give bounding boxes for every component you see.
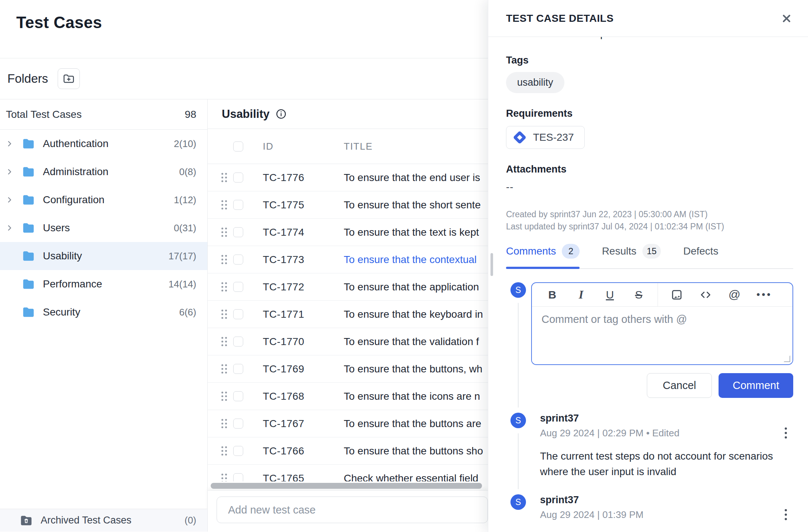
sidebar-folder-item[interactable]: Configuration 1(12) [0,186,207,214]
chevron-right-icon[interactable] [5,280,21,289]
mention-icon[interactable]: @ [720,283,749,307]
chevron-right-icon[interactable] [5,167,21,176]
table-row[interactable]: TC-1768 To ensure that the icons are n [208,383,488,410]
details-tab[interactable]: Comments 2 [506,244,580,268]
row-checkbox[interactable] [233,200,243,210]
test-case-title[interactable]: To ensure that the validation f [344,336,488,348]
drag-handle-icon[interactable] [221,474,227,481]
folder-icon [21,249,43,263]
drag-handle-icon[interactable] [221,282,227,291]
table-row[interactable]: TC-1765 Check whether essential field [208,465,488,481]
chevron-right-icon[interactable] [5,195,21,204]
row-checkbox[interactable] [233,419,243,429]
drag-handle-icon[interactable] [221,446,227,456]
details-tab[interactable]: Defects [683,244,718,268]
sidebar-folder-item[interactable]: Authentication 2(10) [0,130,207,158]
drag-handle-icon[interactable] [221,228,227,237]
select-all-checkbox[interactable] [233,141,243,151]
close-icon[interactable] [781,13,792,24]
add-test-case-input[interactable] [217,497,488,523]
table-row[interactable]: TC-1771 To ensure that the keyboard in [208,301,488,328]
test-case-title[interactable]: Check whether essential field [344,473,488,482]
table-row[interactable]: TC-1774 To ensure that the text is kept [208,219,488,246]
drag-handle-icon[interactable] [221,419,227,428]
table-row[interactable]: TC-1775 To ensure that the short sente [208,191,488,219]
new-folder-button[interactable] [58,68,80,89]
chevron-right-icon[interactable] [5,139,21,148]
horizontal-scrollbar-thumb[interactable] [211,483,482,489]
row-checkbox[interactable] [233,337,243,347]
drag-handle-icon[interactable] [221,173,227,182]
comment-button[interactable]: Comment [719,373,793,398]
chevron-right-icon[interactable] [5,308,21,317]
row-checkbox[interactable] [233,473,243,481]
test-case-id: TC-1768 [263,391,344,402]
underline-icon[interactable]: U [595,283,624,307]
comment-textarea[interactable] [532,307,792,363]
sidebar-folder-item[interactable]: Usability 17(17) [0,242,207,270]
sidebar-folder-item[interactable]: Administration 0(8) [0,158,207,186]
tab-label: Defects [683,245,718,257]
cancel-button[interactable]: Cancel [647,373,712,398]
drag-handle-icon[interactable] [221,392,227,401]
kebab-menu-icon[interactable] [778,413,793,480]
row-checkbox[interactable] [233,255,243,265]
table-body: TC-1776 To ensure that the end user is T… [208,164,488,481]
test-case-title[interactable]: To ensure that the icons are n [344,391,488,402]
more-options-icon[interactable]: ••• [749,283,778,307]
code-icon[interactable] [691,283,720,307]
details-tab[interactable]: Results 15 [602,244,661,268]
bold-icon[interactable]: B [538,283,567,307]
archived-label: Archived Test Cases [41,515,184,526]
row-checkbox[interactable] [233,391,243,401]
row-checkbox[interactable] [233,282,243,292]
info-icon[interactable] [275,108,287,120]
test-case-title[interactable]: To ensure that the application [344,281,488,293]
row-checkbox[interactable] [233,173,243,183]
row-checkbox[interactable] [233,309,243,319]
updated-by-text: Last updated by sprint37 Jul 04, 2024 | … [506,221,793,233]
table-row[interactable]: TC-1767 To ensure that the buttons are [208,410,488,437]
drag-handle-icon[interactable] [221,337,227,346]
test-case-title[interactable]: To ensure that the short sente [344,199,488,211]
sidebar-folder-item[interactable]: Performance 14(14) [0,270,207,298]
test-case-title[interactable]: To ensure that the end user is [344,172,488,184]
drag-handle-icon[interactable] [221,255,227,264]
chevron-right-icon[interactable] [5,224,21,232]
image-icon[interactable] [662,283,691,307]
strikethrough-icon[interactable]: S [624,283,653,307]
italic-icon[interactable]: I [567,283,595,307]
folder-label: Configuration [43,194,174,206]
drag-handle-icon[interactable] [221,364,227,374]
row-checkbox[interactable] [233,364,243,374]
drag-handle-icon[interactable] [221,310,227,319]
table-row[interactable]: TC-1769 To ensure that the buttons, wh [208,355,488,383]
test-case-title[interactable]: To ensure that the text is kept [344,226,488,238]
drag-handle-icon[interactable] [221,200,227,209]
test-case-title[interactable]: To ensure that the buttons, wh [344,363,488,375]
test-case-title[interactable]: To ensure that the contextual [344,254,488,266]
tag-chip: usability [506,72,564,93]
sidebar-folder-item[interactable]: Users 0(31) [0,214,207,242]
row-checkbox[interactable] [233,446,243,456]
archived-test-cases-row[interactable]: Archived Test Cases (0) [0,509,207,532]
row-checkbox[interactable] [233,227,243,237]
table-row[interactable]: TC-1776 To ensure that the end user is [208,164,488,191]
avatar: S [510,494,526,510]
requirement-chip[interactable]: TES-237 [506,126,585,149]
test-case-id: TC-1775 [263,199,344,211]
table-row[interactable]: TC-1773 To ensure that the contextual [208,246,488,273]
test-case-title[interactable]: To ensure that the keyboard in [344,308,488,320]
audit-meta: Created by sprint37 Jun 22, 2023 | 05:30… [506,208,793,233]
test-case-title[interactable]: To ensure that the buttons sho [344,445,488,457]
table-row[interactable]: TC-1766 To ensure that the buttons sho [208,437,488,465]
archived-count: (0) [184,515,196,526]
table-row[interactable]: TC-1770 To ensure that the validation f [208,328,488,355]
chevron-right-icon[interactable] [5,252,21,260]
toolbar-divider [658,283,658,307]
test-case-title[interactable]: To ensure that the buttons are [344,418,488,430]
vertical-scrollbar-thumb[interactable] [490,253,493,276]
table-row[interactable]: TC-1772 To ensure that the application [208,273,488,301]
sidebar-folder-item[interactable]: Security 6(6) [0,298,207,326]
kebab-menu-icon[interactable] [778,494,793,532]
